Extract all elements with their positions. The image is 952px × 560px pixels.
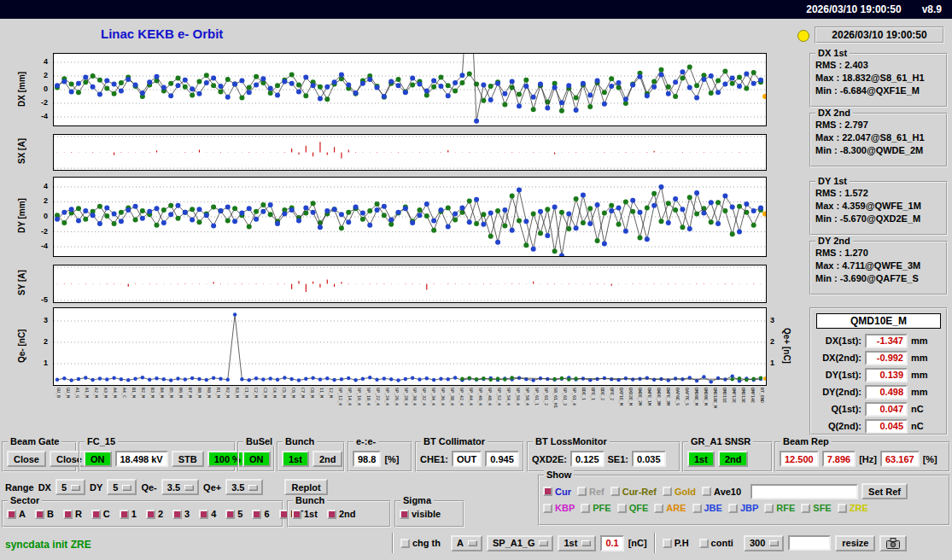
y-tick-label: 1	[44, 359, 48, 367]
busel-on-button[interactable]: ON	[242, 451, 271, 467]
checkbox-label: 6	[264, 509, 269, 519]
checkbox-conti[interactable]: conti	[699, 538, 733, 548]
checkbox-1[interactable]: 1	[120, 509, 137, 519]
checkbox-label: ARE	[666, 503, 686, 513]
checkbox-6[interactable]: 6	[252, 509, 269, 519]
range-dx-select[interactable]: 5	[55, 479, 85, 495]
checkbox-2nd[interactable]: 2nd	[327, 509, 356, 519]
sector-select[interactable]: A	[451, 535, 482, 551]
x-axis-label: SP_48_4	[488, 388, 493, 405]
qe-plus-axis-title: Qe+ [nC]	[780, 307, 792, 384]
checkbox-cur[interactable]: Cur	[543, 487, 571, 497]
monitor-unit: nC	[911, 421, 924, 431]
range-qe-plus-label: Qe+	[203, 482, 221, 493]
stat-group-dx-2nd: DX 2nd RMS : 2.797 Max : 22.047@S8_61_H1…	[809, 113, 948, 167]
resize-button[interactable]: resize	[835, 535, 875, 551]
checkbox-chg-th[interactable]: chg th	[400, 538, 441, 548]
checkbox-jbe[interactable]: JBE	[692, 503, 722, 513]
che1-value[interactable]: 0.945	[485, 451, 519, 467]
threshold-value[interactable]: 0.1	[600, 535, 623, 551]
x-axis-label: 12_M	[329, 388, 334, 398]
che1-state[interactable]: OUT	[452, 451, 482, 467]
range-dy-select[interactable]: 5	[107, 479, 137, 495]
qxd2e-value[interactable]: 0.125	[570, 451, 604, 467]
x-axis-label: S8_61_H1	[553, 388, 558, 408]
checkbox-qfe[interactable]: QFE	[617, 503, 649, 513]
replot-button[interactable]: Replot	[284, 479, 327, 495]
checkbox-indicator	[543, 504, 552, 513]
checkbox-p-h[interactable]: P.H	[663, 538, 689, 548]
snsr-1st-button[interactable]: 1st	[687, 451, 715, 467]
stat-group-dy-2nd: DY 2nd RMS : 1.270 Max : 4.711@QWFE_3M M…	[809, 241, 948, 295]
range-qe-plus-select[interactable]: 3.5	[225, 479, 263, 495]
range-qe-minus-select[interactable]: 3.5	[161, 479, 199, 495]
checkbox-indicator	[225, 510, 235, 519]
beam-gate-frame: Beam Gate Close Close	[2, 441, 77, 472]
checkbox-3[interactable]: 3	[172, 509, 190, 519]
checkbox-jbp[interactable]: JBP	[728, 503, 758, 513]
checkbox-kbp[interactable]: KBP	[543, 503, 575, 513]
range-dy-value: 5	[113, 482, 118, 493]
stat-group-title: DX 2nd	[815, 108, 853, 118]
set-ref-button[interactable]: Set Ref	[861, 483, 908, 499]
checkbox-gold[interactable]: Gold	[663, 487, 696, 497]
x-axis-label: SP_22_4	[376, 388, 381, 405]
fc15-stb-button[interactable]: STB	[172, 451, 204, 467]
interval-input[interactable]	[788, 535, 831, 551]
x-axis-label: SP_14_4	[348, 388, 353, 405]
checkbox-c[interactable]: C	[91, 509, 110, 519]
x-axis-label: QWFE_3M	[666, 388, 671, 405]
x-axis-label: B7_M	[188, 388, 193, 398]
bunch-select[interactable]: 1st	[558, 535, 596, 551]
y-tick-label: -2	[41, 98, 48, 107]
interval-select[interactable]: 300	[744, 535, 784, 551]
x-axis-label: SP_61_3	[563, 388, 568, 405]
monitor-select[interactable]: SP_A1_G	[487, 535, 554, 551]
checkbox-rfe[interactable]: RFE	[764, 503, 795, 513]
ref-file-input[interactable]	[751, 484, 858, 499]
beam-gate-close-button-1[interactable]: Close	[7, 451, 46, 467]
frame-title: BT Collimator	[421, 436, 488, 446]
se1-value[interactable]: 0.035	[632, 451, 666, 467]
dropdown-indicator	[769, 540, 778, 545]
checkbox-ref[interactable]: Ref	[577, 487, 604, 497]
checkbox-b[interactable]: B	[35, 509, 54, 519]
checkbox-2[interactable]: 2	[146, 509, 163, 519]
camera-button[interactable]	[879, 535, 907, 551]
checkbox-cur-ref[interactable]: Cur-Ref	[610, 487, 657, 497]
checkbox-r[interactable]: R	[63, 509, 82, 519]
fc15-kv-value[interactable]: 18.498 kV	[115, 451, 168, 467]
checkbox-zre[interactable]: ZRE	[838, 503, 868, 513]
titlebar-version: v8.9	[922, 3, 942, 15]
fc15-on-button[interactable]: ON	[84, 451, 112, 467]
gr-a1-snsr-frame: GR_A1 SNSR 1st 2nd	[682, 441, 773, 472]
beam-rep-value-1[interactable]: 12.500	[780, 451, 819, 467]
snsr-2nd-button[interactable]: 2nd	[718, 451, 749, 467]
y-tick-label: 0	[44, 212, 48, 220]
x-axis-label: C6_M	[291, 388, 296, 398]
x-axis-label: GU_B	[56, 388, 61, 398]
bt-lossmonitor-frame: BT LossMonitor QXD2E: 0.125 SE1: 0.035	[527, 441, 680, 472]
x-axis-label: SP_24_4	[385, 388, 390, 405]
qe-minus-axis-title: Qe- [nC]	[15, 307, 27, 384]
checkbox-5[interactable]: 5	[225, 509, 242, 519]
checkbox-ave10[interactable]: Ave10	[702, 487, 741, 497]
monitor-row: DX(2nd): -0.992 mm	[811, 349, 946, 366]
frame-title: GR_A1 SNSR	[688, 436, 753, 446]
x-axis-label: B4_M	[160, 388, 165, 398]
checkbox-visible[interactable]: visible	[400, 509, 441, 519]
checkbox-4[interactable]: 4	[199, 509, 216, 519]
x-axis-label: QXF1E_M	[619, 388, 624, 405]
x-axis-label: QMD10E_M	[713, 388, 718, 408]
checkbox-are[interactable]: ARE	[654, 503, 686, 513]
beam-rep-value-3[interactable]: 63.167	[880, 451, 920, 467]
checkbox-indicator	[692, 504, 702, 513]
beam-rep-value-2[interactable]: 7.896	[822, 451, 856, 467]
checkbox-sfe[interactable]: SFE	[801, 503, 831, 513]
bunch-2nd-button[interactable]: 2nd	[312, 451, 343, 467]
bunch-1st-button[interactable]: 1st	[282, 451, 309, 467]
e-ratio-value[interactable]: 98.8	[353, 451, 381, 467]
checkbox-pfe[interactable]: PFE	[581, 503, 610, 513]
checkbox-a[interactable]: A	[7, 509, 26, 519]
checkbox-1st[interactable]: 1st	[292, 509, 318, 519]
